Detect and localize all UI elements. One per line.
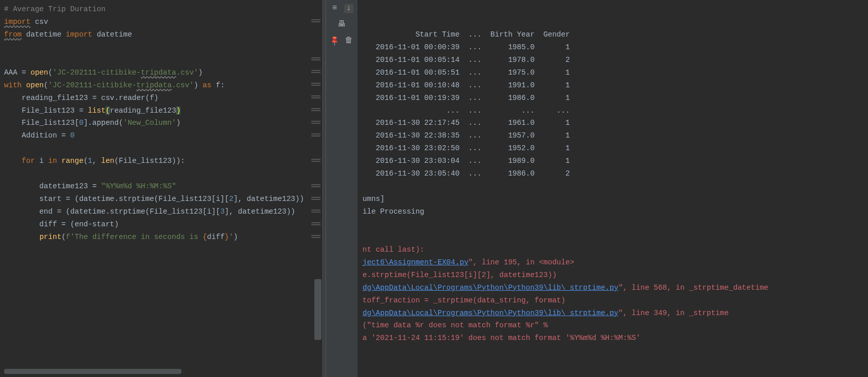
error-line: e.strptime(File_list123[i][2], datetime1… [363,269,868,282]
code-line[interactable]: diff = (end-start) [4,218,322,231]
soft-wrap-icon[interactable]: ≡ [330,4,339,13]
output-toolbar: ≡ ↓ 🖶 📌 🗑 [326,0,357,377]
output-line: 2016-11-30 22:17:45 ... 1961.0 1 [363,117,868,129]
gutter-marker-icon[interactable] [311,95,320,99]
pane-splitter[interactable] [322,0,326,377]
output-line: ... ... ... ... [363,105,868,117]
output-line: umns] [363,193,868,205]
output-pane[interactable]: Start Time ... Birth Year Gender 2016-11… [357,0,868,377]
output-line: 2016-11-01 00:10:48 ... 1991.0 1 [363,79,868,92]
output-line: 2016-11-30 23:02:50 ... 1952.0 1 [363,142,868,155]
pin-icon[interactable]: 📌 [328,35,341,47]
traceback-link[interactable]: dg\AppData\Local\Programs\Python\Python3… [363,284,619,292]
code-line[interactable] [4,167,322,180]
editor-pane[interactable]: # Average Trip Durationimport csvfrom da… [0,0,322,377]
gutter-marker-icon[interactable] [311,83,320,87]
traceback-link[interactable]: ject6\Assignment-EX04.py [363,258,468,266]
code-line[interactable]: File_list123 = list(reading_file123) [4,105,322,117]
output-line: 2016-11-01 00:19:39 ... 1986.0 1 [363,92,868,105]
error-line: dg\AppData\Local\Programs\Python\Python3… [363,282,868,294]
output-line: 2016-11-01 00:05:14 ... 1978.0 2 [363,54,868,66]
output-line: ile Processing [363,205,868,218]
gutter-marker-icon[interactable] [311,222,320,226]
code-line[interactable] [4,54,322,66]
code-line[interactable]: reading_file123 = csv.reader(f) [4,92,322,105]
output-line: 2016-11-01 00:00:39 ... 1985.0 1 [363,41,868,54]
horizontal-scrollbar[interactable] [4,369,182,374]
gutter-marker-icon[interactable] [311,184,320,188]
gutter-marker-icon[interactable] [311,121,320,125]
error-line: toff_fraction = _strptime(data_string, f… [363,294,868,307]
output-line [363,180,868,193]
print-icon[interactable]: 🖶 [337,20,346,29]
gutter-marker-icon[interactable] [311,57,320,61]
error-line: dg\AppData\Local\Programs\Python\Python3… [363,307,868,320]
output-line: 2016-11-01 00:05:51 ... 1975.0 1 [363,66,868,79]
output-line: 2016-11-30 23:03:04 ... 1989.0 1 [363,155,868,167]
code-line[interactable]: for i in range(1, len(File_list123)): [4,155,322,167]
code-line[interactable]: # Average Trip Duration [4,3,322,16]
gutter-marker-icon[interactable] [311,108,320,112]
output-line: 2016-11-30 23:05:40 ... 1986.0 2 [363,167,868,180]
gutter-marker-icon[interactable] [311,133,320,138]
code-line[interactable]: File_list123[0].append('New_Column') [4,117,322,129]
gutter-marker-icon[interactable] [311,235,320,239]
code-line[interactable]: AAA = open('JC-202111-citibike-tripdata.… [4,66,322,79]
code-line[interactable]: print(f'The difference in seconds is {di… [4,231,322,244]
vertical-scrollbar[interactable] [314,279,321,340]
error-line: ("time data %r does not match format %r"… [363,319,868,332]
traceback-link[interactable]: dg\AppData\Local\Programs\Python\Python3… [363,309,619,317]
code-line[interactable]: from datetime import datetime [4,28,322,41]
scroll-to-end-icon[interactable]: ↓ [344,4,353,13]
code-line[interactable]: start = (datetime.strptime(File_list123[… [4,193,322,205]
error-line: a '2021-11-24 11:15:19' does not match f… [363,332,868,345]
trash-icon[interactable]: 🗑 [344,37,353,46]
output-line: Start Time ... Birth Year Gender [363,28,868,41]
code-line[interactable]: datetime123 = "%Y%m%d %H:%M:%S" [4,180,322,193]
gutter-marker-icon[interactable] [311,70,320,74]
code-line[interactable]: import csv [4,16,322,28]
error-line: nt call last): [363,244,868,256]
gutter-marker-icon[interactable] [311,19,320,23]
error-line: ject6\Assignment-EX04.py", line 195, in … [363,256,868,269]
code-line[interactable] [4,142,322,155]
gutter-marker-icon[interactable] [311,197,320,201]
output-line: 2016-11-30 22:38:35 ... 1957.0 1 [363,129,868,142]
code-line[interactable]: Addition = 0 [4,129,322,142]
output-line [363,370,868,377]
code-editor[interactable]: # Average Trip Durationimport csvfrom da… [4,3,322,244]
code-line[interactable]: with open('JC-202111-citibike-tripdata.c… [4,79,322,92]
gutter-marker-icon[interactable] [311,159,320,163]
code-line[interactable]: end = (datetime.strptime(File_list123[i]… [4,205,322,218]
gutter-marker-icon[interactable] [311,210,320,214]
code-line[interactable] [4,41,322,54]
